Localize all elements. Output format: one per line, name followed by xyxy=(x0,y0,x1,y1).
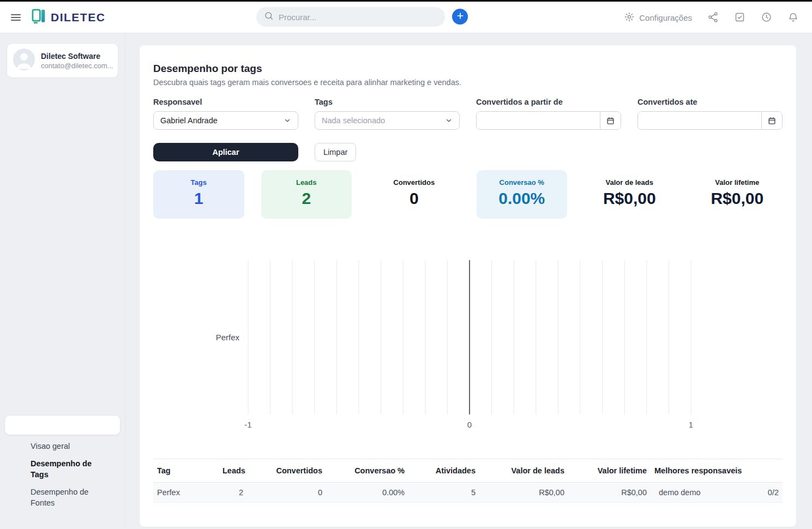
sidebar-item-vendas[interactable] xyxy=(0,354,125,375)
svg-text:-1: -1 xyxy=(244,420,251,429)
cell-convertidos: 0 xyxy=(247,483,326,503)
calendar-icon[interactable] xyxy=(600,112,621,129)
menu-icon[interactable] xyxy=(9,11,23,24)
svg-text:1: 1 xyxy=(689,420,693,429)
stats-row: Tags 1Leads 2Convertidos 0Conversao % 0.… xyxy=(153,170,783,219)
sidebar-subitem-visao-geral[interactable]: Visao geral xyxy=(0,437,117,455)
stat-label: Convertidos xyxy=(369,178,460,187)
stat-label: Conversao % xyxy=(477,178,568,187)
cell-tag: Perfex xyxy=(153,483,219,503)
column-header-tag: Tag xyxy=(153,459,219,483)
sidebar-item-diletecwoo[interactable] xyxy=(0,112,125,133)
page-subtitle: Descubra quais tags geram mais conversoe… xyxy=(153,78,783,87)
search-icon xyxy=(264,11,274,23)
stat-card-convertidos: Convertidos 0 xyxy=(369,170,460,219)
user-name: Diletec Software xyxy=(41,52,112,61)
cell-melhores-responsaveis: demo demo0/2 xyxy=(651,483,783,503)
app-header: DILETEC Configurações xyxy=(0,2,812,33)
header-actions: Configurações xyxy=(624,2,799,33)
add-button[interactable] xyxy=(452,9,468,25)
stat-card-valor-de-leads: Valor de leads R$0,00 xyxy=(584,170,675,219)
stat-value: R$0,00 xyxy=(584,189,675,208)
stat-card-conversao: Conversao % 0.00% xyxy=(477,170,568,219)
sidebar-item-painel[interactable] xyxy=(0,92,125,112)
sidebar-item-esg[interactable] xyxy=(0,193,125,213)
responsavel-select[interactable]: Gabriel Andrade xyxy=(153,111,298,130)
sidebar-subitem-desempenho-de-fontes[interactable]: Desempenho de Fontes xyxy=(0,483,117,512)
column-header-conversao: Conversao % xyxy=(326,459,408,483)
sidebar-item-contratos[interactable] xyxy=(0,516,125,528)
sidebar: Diletec Software contato@diletec.com... … xyxy=(0,33,125,528)
converted-from-input[interactable] xyxy=(477,112,600,129)
share-icon[interactable] xyxy=(707,11,719,23)
sidebar-item-firebase[interactable] xyxy=(0,294,125,314)
cell-valor-de-leads: R$0,00 xyxy=(479,483,568,503)
filter-actions: Aplicar Limpar xyxy=(153,143,783,161)
logo-text: DILETEC xyxy=(51,11,105,24)
converted-from-label: Convertidos a partir de xyxy=(476,98,621,106)
svg-text:Perfex: Perfex xyxy=(216,333,240,342)
sidebar-sub-list: Visao geralDesempenho de TagsDesempenho … xyxy=(0,437,125,512)
sidebar-item-status-do-sistema[interactable] xyxy=(0,274,125,294)
column-header-melhores-responsaveis: Melhores responsaveis xyxy=(651,459,783,483)
page-title: Desempenho por tags xyxy=(153,63,783,75)
stat-value: R$0,00 xyxy=(692,189,783,208)
tags-bar-chart: -101Perfex xyxy=(153,242,783,430)
sidebar-item-aparelhos[interactable] xyxy=(0,233,125,254)
tasks-check-icon[interactable] xyxy=(733,11,745,23)
responsavel-value: Gabriel Andrade xyxy=(160,116,284,125)
column-header-valor-de-leads: Valor de leads xyxy=(479,459,568,483)
filters-row: Responsavel Gabriel Andrade Tags Nada se… xyxy=(153,98,783,130)
settings-button[interactable]: Configurações xyxy=(624,11,692,24)
user-card[interactable]: Diletec Software contato@diletec.com... xyxy=(7,43,118,78)
stat-card-leads: Leads 2 xyxy=(261,170,352,219)
table-header-row: TagLeadsConvertidosConversao %Atividades… xyxy=(153,459,783,483)
converted-to-label: Convertidos ate xyxy=(637,98,783,106)
stat-card-valor-lifetime: Valor lifetime R$0,00 xyxy=(692,170,783,219)
stat-label: Valor lifetime xyxy=(692,178,783,187)
svg-text:0: 0 xyxy=(467,420,472,429)
converted-to-field xyxy=(637,111,783,130)
sidebar-item-ativacao[interactable] xyxy=(0,254,125,274)
cell-valor-lifetime: R$0,00 xyxy=(568,483,651,503)
tags-placeholder: Nada selecionado xyxy=(322,116,445,125)
sidebar-subitem-desempenho-de-tags[interactable]: Desempenho de Tags xyxy=(0,455,117,483)
column-header-leads: Leads xyxy=(219,459,247,483)
sidebar-item-fiscal[interactable] xyxy=(0,375,125,395)
stat-value: 1 xyxy=(153,189,244,208)
column-header-valor-lifetime: Valor lifetime xyxy=(568,459,651,483)
sidebar-item-clientes[interactable] xyxy=(0,334,125,354)
search-input[interactable] xyxy=(279,13,431,22)
sidebar-item-diletec-mkt[interactable] xyxy=(0,153,125,173)
sidebar-item-gestao-financeira[interactable] xyxy=(0,314,125,334)
responsavel-label: Responsavel xyxy=(153,98,298,106)
apply-button[interactable]: Aplicar xyxy=(153,143,298,161)
tags-select[interactable]: Nada selecionado xyxy=(315,111,460,130)
settings-label: Configurações xyxy=(639,13,692,22)
converted-to-input[interactable] xyxy=(638,112,761,129)
plus-icon xyxy=(456,11,465,22)
gear-icon xyxy=(624,11,635,24)
sidebar-item-analytics-de-leads[interactable] xyxy=(4,415,121,435)
cell-atividades: 5 xyxy=(408,483,479,503)
tags-performance-table: TagLeadsConvertidosConversao %Atividades… xyxy=(153,459,783,503)
sidebar-item-despesas[interactable] xyxy=(0,395,125,415)
app-logo[interactable]: DILETEC xyxy=(32,9,105,26)
chevron-down-icon xyxy=(284,117,291,124)
bell-icon[interactable] xyxy=(787,11,799,23)
logo-icon xyxy=(32,9,46,26)
global-search[interactable] xyxy=(256,7,445,27)
responsavel-ratio: 0/2 xyxy=(768,488,779,497)
performance-card: Desempenho por tags Descubra quais tags … xyxy=(140,45,796,527)
stat-card-tags: Tags 1 xyxy=(153,170,244,219)
clock-icon[interactable] xyxy=(760,11,772,23)
chart-canvas: -101Perfex xyxy=(153,242,783,430)
clear-button[interactable]: Limpar xyxy=(315,143,356,161)
sidebar-item-telemedicina[interactable] xyxy=(0,173,125,193)
sidebar-item-diletecml[interactable] xyxy=(0,133,125,153)
stat-value: 0 xyxy=(369,189,460,208)
sidebar-item-linhas[interactable] xyxy=(0,213,125,233)
calendar-icon[interactable] xyxy=(761,112,782,129)
tags-label: Tags xyxy=(315,98,460,106)
cell-leads: 2 xyxy=(219,483,247,503)
